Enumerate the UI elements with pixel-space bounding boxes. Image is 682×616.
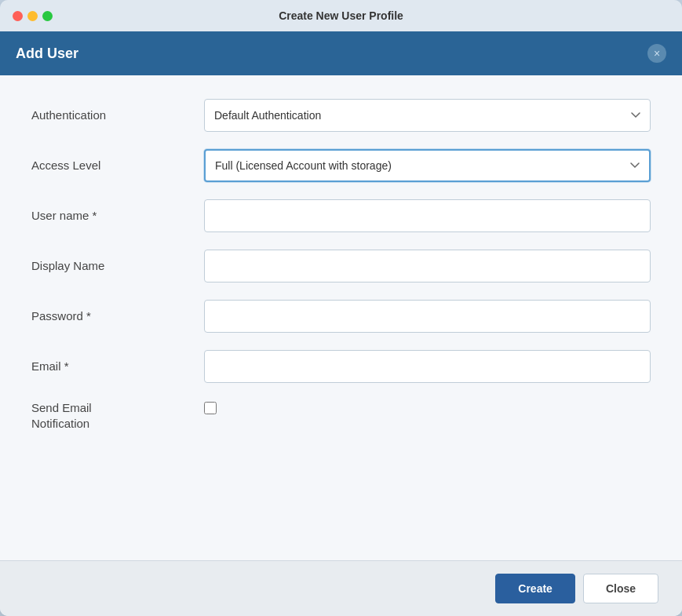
authentication-select[interactable]: Default Authentication LDAP SAML (204, 99, 651, 132)
email-input[interactable] (204, 350, 651, 383)
title-bar: Create New User Profile (0, 0, 682, 31)
maximize-traffic-light[interactable] (42, 11, 53, 21)
password-input[interactable] (204, 300, 651, 333)
access-level-label: Access Level (31, 158, 204, 173)
main-window: Create New User Profile Add User × Authe… (0, 0, 682, 616)
authentication-label: Authentication (31, 108, 204, 123)
display-name-input[interactable] (204, 250, 651, 282)
send-email-row: Send Email Notification (31, 400, 651, 431)
send-email-checkbox[interactable] (204, 402, 217, 414)
username-input[interactable] (204, 199, 651, 232)
email-label: Email * (31, 359, 204, 374)
dialog: Add User × Authentication Default Authen… (0, 31, 682, 616)
dialog-close-button[interactable]: × (647, 44, 666, 63)
close-icon: × (654, 48, 660, 59)
access-level-select[interactable]: Full (Licensed Account with storage) Rea… (204, 149, 651, 182)
password-label: Password * (31, 308, 204, 324)
access-level-row: Access Level Full (Licensed Account with… (31, 149, 651, 182)
window-title: Create New User Profile (279, 9, 403, 22)
traffic-light-buttons (13, 11, 53, 21)
dialog-header: Add User × (0, 31, 682, 75)
dialog-footer: Create Close (0, 560, 682, 616)
dialog-title: Add User (16, 46, 78, 62)
display-name-row: Display Name (31, 250, 651, 282)
close-button[interactable]: Close (583, 574, 658, 603)
username-row: User name * (31, 199, 651, 232)
email-row: Email * (31, 350, 651, 383)
close-traffic-light[interactable] (13, 11, 23, 21)
send-email-label: Send Email Notification (31, 400, 204, 431)
username-label: User name * (31, 208, 204, 224)
password-row: Password * (31, 300, 651, 333)
create-button[interactable]: Create (495, 574, 575, 603)
display-name-label: Display Name (31, 258, 204, 274)
minimize-traffic-light[interactable] (27, 11, 38, 21)
authentication-row: Authentication Default Authentication LD… (31, 99, 651, 132)
dialog-body: Authentication Default Authentication LD… (0, 75, 682, 560)
